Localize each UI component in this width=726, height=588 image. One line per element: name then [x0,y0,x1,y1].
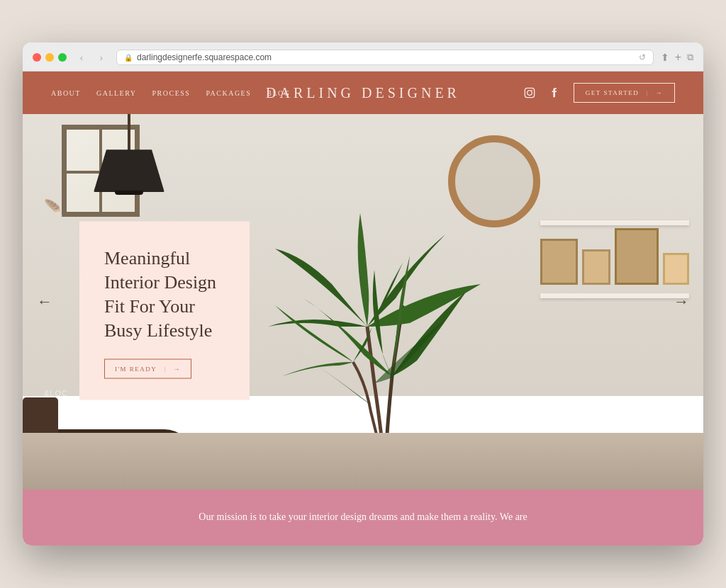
logo-watermark: 🪶 [44,199,63,217]
facebook-icon[interactable] [548,86,562,100]
website: ABOUT GALLERY PROCESS PACKAGES BLOG DARL… [23,72,703,545]
shelving-unit [540,220,689,301]
nav-item-about[interactable]: ABOUT [51,89,81,97]
nav-item-packages[interactable]: PACKAGES [206,89,251,97]
close-button[interactable] [33,53,41,62]
maximize-button[interactable] [58,53,67,62]
minimize-button[interactable] [45,53,54,62]
mission-section: Our mission is to take your interior des… [23,490,703,545]
browser-nav: ‹ › [74,50,109,65]
instagram-icon[interactable] [523,86,537,100]
get-started-button[interactable]: GET STARTED | → [574,83,675,103]
svg-rect-0 [525,89,534,98]
svg-point-2 [532,90,532,91]
refresh-button[interactable]: ↺ [639,52,646,62]
nav-item-gallery[interactable]: GALLERY [96,89,137,97]
hero-cta-divider: | [164,366,166,373]
forward-button[interactable]: › [94,50,109,65]
browser-window: ‹ › 🔒 darlingdesignerfe.squarespace.com … [23,43,703,545]
hero-text-box: Meaningful Interior Design Fit For Your … [79,222,250,400]
hero-cta-label: I'M READY [115,366,157,373]
cta-arrow-icon: → [656,89,664,96]
new-tab-button[interactable]: + [675,51,681,64]
site-logo[interactable]: DARLING DESIGNER [266,85,460,101]
lock-icon: 🔒 [124,54,133,62]
cta-label: GET STARTED [586,89,639,96]
hero-cta-button[interactable]: I'M READY | → [104,359,191,379]
floor [23,433,703,490]
mission-text: Our mission is to take your interior des… [150,509,576,525]
hero-headline: Meaningful Interior Design Fit For Your … [104,247,225,342]
windows-button[interactable]: ⧉ [687,52,693,63]
location-tag: &LOC [44,389,68,397]
hero-arrow-right[interactable]: → [674,293,689,311]
address-bar[interactable]: 🔒 darlingdesignerfe.squarespace.com ↺ [116,50,654,65]
nav-item-process[interactable]: PROCESS [152,89,191,97]
hero-arrow-left[interactable]: ← [37,293,52,311]
svg-point-1 [527,91,532,96]
back-button[interactable]: ‹ [74,50,89,65]
hero-cta-arrow-icon: → [174,366,182,373]
nav-right: GET STARTED | → [523,83,675,103]
sofa-arm [23,397,58,433]
browser-chrome: ‹ › 🔒 darlingdesignerfe.squarespace.com … [23,43,703,72]
hero-section: 🪶 &LOC ← Meaningful Interior Design Fit … [23,114,703,490]
url-text: darlingdesignerfe.squarespace.com [137,52,272,62]
browser-actions: ⬆ + ⧉ [661,51,693,64]
traffic-lights [33,53,67,62]
site-header: ABOUT GALLERY PROCESS PACKAGES BLOG DARL… [23,72,703,114]
share-button[interactable]: ⬆ [661,52,669,63]
main-nav: ABOUT GALLERY PROCESS PACKAGES BLOG [51,89,291,97]
lamp-cord [128,114,130,153]
lamp-bottom [115,191,143,195]
